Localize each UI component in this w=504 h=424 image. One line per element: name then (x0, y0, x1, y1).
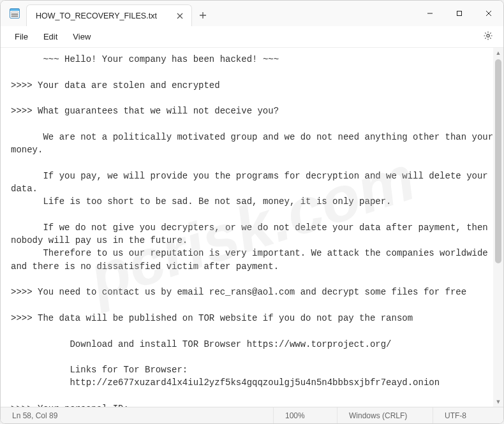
tab-close-icon[interactable] (175, 11, 185, 21)
settings-button[interactable] (479, 28, 497, 46)
notepad-window: HOW_TO_RECOVERY_FILES.txt File Edit View (0, 0, 504, 424)
menu-view[interactable]: View (65, 29, 98, 45)
scroll-up-icon[interactable]: ▲ (493, 48, 503, 58)
gear-icon (483, 31, 493, 43)
menubar: File Edit View (1, 26, 503, 48)
status-cursor-position: Ln 58, Col 89 (1, 407, 274, 423)
menu-edit[interactable]: Edit (36, 29, 65, 45)
maximize-button[interactable] (445, 1, 474, 26)
status-zoom[interactable]: 100% (274, 407, 337, 423)
document-tab[interactable]: HOW_TO_RECOVERY_FILES.txt (26, 4, 192, 26)
text-editor[interactable]: ~~~ Hello! Your company has been hacked!… (1, 48, 503, 407)
tab-title: HOW_TO_RECOVERY_FILES.txt (36, 11, 175, 20)
menu-file[interactable]: File (7, 29, 36, 45)
new-tab-button[interactable] (192, 4, 214, 26)
window-controls (415, 1, 503, 26)
statusbar: Ln 58, Col 89 100% Windows (CRLF) UTF-8 (1, 407, 503, 423)
status-line-ending[interactable]: Windows (CRLF) (337, 407, 433, 423)
vertical-scrollbar[interactable]: ▲ ▼ (493, 48, 503, 407)
svg-point-1 (487, 34, 489, 36)
content-area: ~~~ Hello! Your company has been hacked!… (1, 48, 503, 407)
scroll-down-icon[interactable]: ▼ (493, 397, 503, 407)
svg-rect-0 (457, 11, 462, 16)
titlebar[interactable]: HOW_TO_RECOVERY_FILES.txt (1, 1, 503, 26)
status-encoding[interactable]: UTF-8 (433, 407, 503, 423)
scrollbar-thumb[interactable] (495, 59, 501, 263)
notepad-app-icon (10, 8, 20, 18)
minimize-button[interactable] (415, 1, 445, 26)
close-button[interactable] (474, 1, 503, 26)
